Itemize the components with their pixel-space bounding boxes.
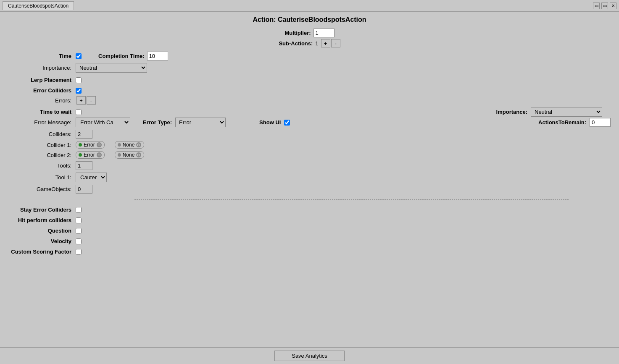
velocity-label: Velocity	[8, 238, 76, 244]
collider2-tag2-text: None	[123, 152, 135, 158]
right-importance-field: Importance: Neutral Low High	[496, 107, 602, 117]
error-colliders-label: Error Colliders	[8, 87, 76, 94]
importance-row: Importance: Neutral Low High	[8, 63, 611, 73]
collider2-dot2	[118, 153, 121, 157]
collider2-tag2[interactable]: None ⊙	[115, 151, 145, 159]
colliders-input[interactable]	[76, 130, 92, 139]
question-row: Question	[8, 228, 611, 234]
collider1-tag2-close[interactable]: ⊙	[136, 142, 141, 147]
time-to-wait-row: Time to wait Importance: Neutral Low Hig…	[8, 109, 611, 115]
error-type-label: Error Type:	[143, 119, 172, 126]
time-checkbox[interactable]	[76, 53, 82, 59]
tool1-select[interactable]: Cauter	[76, 173, 107, 182]
collider1-tag1[interactable]: Error ⊙	[76, 141, 105, 149]
right-importance-select[interactable]: Neutral Low High	[531, 107, 602, 117]
collider1-tag2-text: None	[123, 142, 135, 148]
divider-2	[17, 261, 602, 261]
multiplier-input[interactable]	[313, 29, 335, 37]
save-analytics-button[interactable]: Save Analytics	[274, 351, 345, 361]
gameobjects-input[interactable]	[76, 185, 92, 194]
bottom-bar: Save Analytics	[0, 347, 619, 364]
importance-select[interactable]: Neutral Low High	[76, 63, 147, 73]
collider2-tag1[interactable]: Error ⊙	[76, 151, 105, 159]
show-ui-field: Show UI	[259, 119, 290, 126]
error-message-label: Error Message:	[8, 119, 76, 126]
error-message-row: Error Message: Error With Ca Error Type:…	[8, 118, 611, 127]
main-content: Action: CauteriseBloodspotsAction Multip…	[0, 12, 619, 347]
tool1-label: Tool 1:	[8, 174, 76, 181]
collider1-label: Collider 1:	[8, 142, 76, 148]
maximize-button[interactable]: ▭	[601, 3, 608, 9]
subactions-label: Sub-Actions:	[279, 40, 313, 47]
custom-scoring-factor-checkbox[interactable]	[76, 249, 82, 255]
gameobjects-label: GameObjects:	[8, 186, 76, 192]
error-message-select[interactable]: Error With Ca	[76, 118, 130, 127]
lerp-placement-row: Lerp Placement	[8, 77, 611, 83]
collider1-tag2[interactable]: None ⊙	[115, 141, 145, 149]
show-ui-checkbox[interactable]	[284, 120, 290, 126]
collider2-tag2-close[interactable]: ⊙	[136, 152, 141, 157]
title-bar-right: ▭ ▭ ✕	[593, 3, 616, 9]
show-ui-label: Show UI	[259, 119, 281, 126]
subactions-value: 1	[315, 40, 318, 47]
tools-row: Tools:	[8, 161, 611, 170]
lerp-placement-checkbox[interactable]	[76, 77, 82, 83]
collider2-tag1-text: Error	[84, 152, 95, 158]
subactions-plus-button[interactable]: +	[321, 39, 330, 47]
time-label: Time	[8, 53, 76, 59]
title-bar-left: CauteriseBloodspotsAction	[3, 1, 74, 10]
time-to-wait-label: Time to wait	[8, 109, 76, 115]
subactions-minus-button[interactable]: -	[331, 39, 340, 47]
collider2-row: Collider 2: Error ⊙ None ⊙	[8, 151, 611, 159]
collider2-label: Collider 2:	[8, 152, 76, 158]
tool1-row: Tool 1: Cauter	[8, 173, 611, 182]
page-title: Action: CauteriseBloodspotsAction	[8, 16, 611, 24]
hit-perform-colliders-row: Hit perform colliders	[8, 217, 611, 223]
time-row: Time Completion Time:	[8, 52, 611, 60]
stay-error-colliders-row: Stay Error Colliders	[8, 207, 611, 213]
main-tab[interactable]: CauteriseBloodspotsAction	[3, 1, 74, 10]
completion-time-label: Completion Time:	[98, 53, 145, 59]
collider2-tag1-close[interactable]: ⊙	[97, 152, 102, 157]
errors-label: Errors:	[8, 97, 76, 104]
collider1-row: Collider 1: Error ⊙ None ⊙	[8, 141, 611, 149]
question-checkbox[interactable]	[76, 228, 82, 234]
custom-scoring-factor-row: Custom Scoring Factor	[8, 249, 611, 255]
stay-error-colliders-label: Stay Error Colliders	[8, 207, 76, 213]
actions-to-remain-label: ActionsToRemain:	[538, 119, 586, 126]
tools-input[interactable]	[76, 161, 92, 170]
importance-label: Importance:	[8, 65, 76, 71]
collider1-tag1-text: Error	[84, 142, 95, 148]
velocity-row: Velocity	[8, 238, 611, 244]
actions-to-remain-input[interactable]	[590, 118, 611, 127]
collider1-dot1	[79, 143, 82, 147]
time-to-wait-checkbox[interactable]	[76, 109, 82, 115]
error-colliders-checkbox[interactable]	[76, 88, 82, 94]
multiplier-label: Multiplier:	[284, 30, 311, 36]
velocity-checkbox[interactable]	[76, 238, 82, 244]
errors-plus-button[interactable]: +	[76, 96, 86, 105]
close-button[interactable]: ✕	[610, 3, 616, 9]
collider2-dot1	[79, 153, 82, 157]
custom-scoring-factor-label: Custom Scoring Factor	[8, 249, 76, 255]
colliders-label: Colliders:	[8, 131, 76, 137]
minimize-button[interactable]: ▭	[593, 3, 600, 9]
hit-perform-colliders-label: Hit perform colliders	[8, 217, 76, 223]
error-type-field: Error Type: Error Warning Info	[143, 118, 226, 127]
gameobjects-row: GameObjects:	[8, 185, 611, 194]
completion-time-input[interactable]	[147, 52, 168, 60]
right-importance-label: Importance:	[496, 109, 527, 115]
error-type-select[interactable]: Error Warning Info	[175, 118, 226, 127]
collider1-tag1-close[interactable]: ⊙	[97, 142, 102, 147]
tools-label: Tools:	[8, 162, 76, 169]
hit-perform-colliders-checkbox[interactable]	[76, 217, 82, 223]
stay-error-colliders-checkbox[interactable]	[76, 207, 82, 213]
question-label: Question	[8, 228, 76, 234]
subactions-row: Sub-Actions: 1 + -	[8, 39, 611, 47]
actions-to-remain-field: ActionsToRemain:	[538, 118, 611, 127]
errors-minus-button[interactable]: -	[87, 96, 96, 105]
collider1-dot2	[118, 143, 121, 147]
completion-time-field: Completion Time:	[98, 52, 168, 60]
title-bar: CauteriseBloodspotsAction ▭ ▭ ✕	[0, 0, 619, 12]
multiplier-row: Multiplier:	[8, 29, 611, 37]
